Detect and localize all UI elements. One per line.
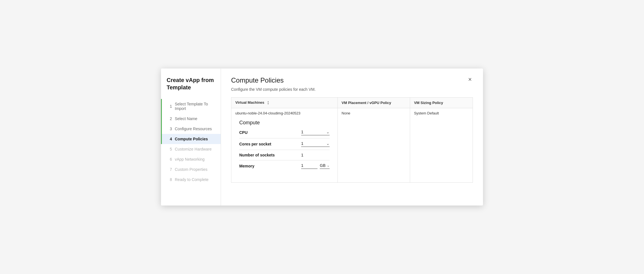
cores-value: 1 bbox=[301, 141, 326, 146]
sidebar-item-num-5: 5 bbox=[162, 147, 172, 151]
sidebar-item-num-7: 7 bbox=[162, 167, 172, 172]
sidebar-item-num-6: 6 bbox=[162, 157, 172, 162]
modal-container: Create vApp from Template 1 Select Templ… bbox=[161, 68, 483, 206]
cell-sizing: System Default bbox=[410, 108, 473, 182]
sidebar-item-3[interactable]: 3 Configure Resources bbox=[161, 124, 221, 134]
cpu-dropdown-icon: ⌄ bbox=[326, 130, 330, 134]
cell-vm-name: ubuntu-noble-24.04-cloudimg-20240523 Com… bbox=[231, 108, 338, 182]
compute-label-cores: Cores per socket bbox=[239, 142, 301, 146]
sidebar-item-label-7: Custom Properties bbox=[175, 167, 207, 172]
table-header-row: Virtual Machines ▲ ▼ VM Placement / vGPU… bbox=[231, 98, 473, 108]
col-header-sizing: VM Sizing Policy bbox=[410, 98, 473, 108]
sidebar-item-num-8: 8 bbox=[162, 177, 172, 182]
main-subtitle: Configure the VM compute policies for ea… bbox=[231, 87, 473, 92]
sidebar-item-label-4: Compute Policies bbox=[175, 137, 208, 141]
cpu-select[interactable]: 1 ⌄ bbox=[301, 130, 330, 135]
compute-row-cpu: CPU 1 ⌄ bbox=[239, 130, 330, 138]
sidebar-item-7: 7 Custom Properties bbox=[161, 164, 221, 174]
vm-table: Virtual Machines ▲ ▼ VM Placement / vGPU… bbox=[231, 97, 473, 183]
sidebar-item-num-1: 1 bbox=[162, 104, 172, 109]
sockets-value: 1 bbox=[301, 153, 330, 157]
memory-input[interactable]: 1 bbox=[301, 163, 317, 169]
sidebar-item-label-3: Configure Resources bbox=[175, 127, 212, 131]
compute-section: Compute CPU 1 ⌄ Cores per socket bbox=[235, 115, 334, 180]
sidebar-item-num-3: 3 bbox=[162, 127, 172, 131]
sidebar-item-2[interactable]: 2 Select Name bbox=[161, 114, 221, 124]
sidebar-item-num-4: 4 bbox=[162, 137, 172, 141]
sidebar-item-label-6: vApp Networking bbox=[175, 157, 205, 162]
compute-row-memory: Memory 1 GB ⌄ bbox=[239, 163, 330, 172]
main-content: Compute Policies × Configure the VM comp… bbox=[221, 68, 483, 206]
sidebar-item-1[interactable]: 1 Select Template To Import bbox=[161, 99, 221, 114]
memory-unit-dropdown-icon: ⌄ bbox=[327, 163, 330, 167]
col-header-vm[interactable]: Virtual Machines ▲ ▼ bbox=[231, 98, 338, 108]
sidebar-item-5: 5 Customize Hardware bbox=[161, 144, 221, 154]
memory-row: 1 GB ⌄ bbox=[301, 163, 330, 169]
sidebar-item-8: 8 Ready to Complete bbox=[161, 174, 221, 185]
compute-section-title: Compute bbox=[239, 120, 330, 126]
cores-select[interactable]: 1 ⌄ bbox=[301, 141, 330, 147]
cell-placement: None bbox=[337, 108, 410, 182]
compute-row-sockets: Number of sockets 1 bbox=[239, 153, 330, 160]
compute-label-memory: Memory bbox=[239, 164, 301, 168]
close-button[interactable]: × bbox=[467, 76, 473, 83]
memory-unit-label: GB bbox=[320, 163, 325, 168]
sidebar-item-label-5: Customize Hardware bbox=[175, 147, 212, 151]
cpu-value: 1 bbox=[301, 130, 326, 134]
sidebar-item-num-2: 2 bbox=[162, 116, 172, 121]
compute-row-cores: Cores per socket 1 ⌄ bbox=[239, 141, 330, 150]
page-title: Compute Policies bbox=[231, 76, 284, 84]
table-row: ubuntu-noble-24.04-cloudimg-20240523 Com… bbox=[231, 108, 473, 182]
sort-desc-icon: ▼ bbox=[267, 103, 269, 105]
sidebar-item-label-1: Select Template To Import bbox=[175, 102, 216, 111]
col-header-placement: VM Placement / vGPU Policy bbox=[337, 98, 410, 108]
cores-dropdown-icon: ⌄ bbox=[326, 141, 330, 146]
sidebar-item-label-2: Select Name bbox=[175, 116, 197, 121]
memory-unit-select[interactable]: GB ⌄ bbox=[320, 163, 329, 169]
compute-label-cpu: CPU bbox=[239, 130, 301, 135]
sort-icons-vm[interactable]: ▲ ▼ bbox=[267, 101, 269, 105]
sidebar-item-6: 6 vApp Networking bbox=[161, 154, 221, 164]
compute-label-sockets: Number of sockets bbox=[239, 153, 301, 157]
sidebar-item-4[interactable]: 4 Compute Policies bbox=[161, 134, 221, 144]
sidebar-item-label-8: Ready to Complete bbox=[175, 177, 209, 182]
sidebar: Create vApp from Template 1 Select Templ… bbox=[161, 68, 221, 206]
sidebar-title: Create vApp from Template bbox=[161, 76, 221, 99]
main-header: Compute Policies × bbox=[231, 76, 473, 84]
